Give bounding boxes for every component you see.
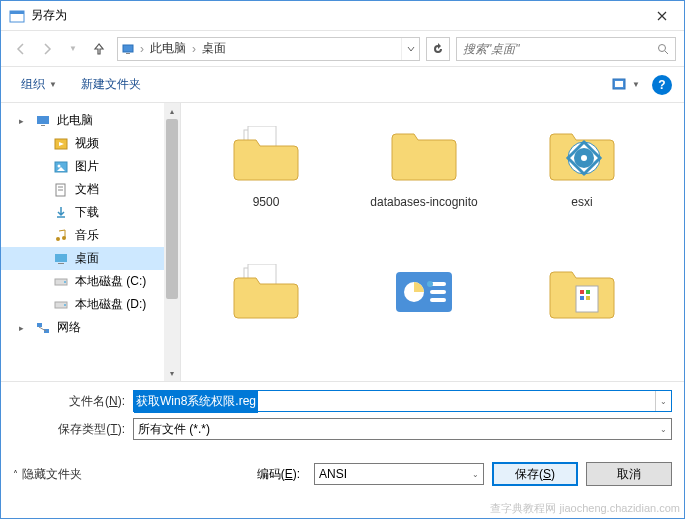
- scroll-thumb[interactable]: [166, 119, 178, 299]
- refresh-button[interactable]: [426, 37, 450, 61]
- svg-rect-2: [123, 45, 133, 52]
- view-options-button[interactable]: ▼: [608, 76, 644, 94]
- tree-item-label: 本地磁盘 (D:): [75, 296, 146, 313]
- file-list[interactable]: 9500databases-incognitoesxi: [181, 103, 684, 381]
- filename-dropdown[interactable]: ⌄: [655, 391, 671, 411]
- svg-rect-28: [44, 329, 49, 333]
- file-item[interactable]: [507, 251, 657, 381]
- file-item[interactable]: databases-incognito: [349, 113, 499, 243]
- network-icon: [35, 320, 51, 336]
- expand-icon[interactable]: ▸: [19, 323, 29, 333]
- svg-point-42: [427, 281, 433, 287]
- chevron-up-icon: ˄: [13, 469, 18, 480]
- tree-item-label: 图片: [75, 158, 99, 175]
- svg-rect-8: [37, 116, 49, 124]
- help-button[interactable]: ?: [652, 75, 672, 95]
- file-item[interactable]: [191, 251, 341, 381]
- search-input[interactable]: [457, 42, 651, 56]
- folder-icon: [226, 257, 306, 327]
- nav-recent-button[interactable]: ▼: [61, 37, 85, 61]
- svg-rect-46: [580, 296, 584, 300]
- tree-item-video[interactable]: 视频: [1, 132, 180, 155]
- svg-rect-47: [586, 296, 590, 300]
- tree-item-label: 音乐: [75, 227, 99, 244]
- file-label: esxi: [571, 195, 592, 211]
- chevron-down-icon: ⌄: [660, 425, 667, 434]
- svg-point-19: [56, 237, 60, 241]
- save-button[interactable]: 保存(S): [492, 462, 578, 486]
- tree-item-label: 下载: [75, 204, 99, 221]
- sidebar-scrollbar[interactable]: ▴▾: [164, 103, 180, 381]
- folder-icon: [542, 257, 622, 327]
- svg-rect-44: [580, 290, 584, 294]
- organize-label: 组织: [21, 76, 45, 93]
- pc-icon: [118, 42, 138, 56]
- documents-icon: [53, 182, 69, 198]
- svg-point-4: [659, 44, 666, 51]
- search-box[interactable]: [456, 37, 676, 61]
- disk-icon: [53, 297, 69, 313]
- svg-rect-1: [10, 11, 24, 14]
- svg-rect-7: [615, 81, 623, 87]
- svg-line-5: [665, 51, 668, 54]
- encoding-select[interactable]: ANSI ⌄: [314, 463, 484, 485]
- new-folder-button[interactable]: 新建文件夹: [73, 72, 149, 97]
- filetype-select[interactable]: 所有文件 (*.*) ⌄: [133, 418, 672, 440]
- video-icon: [53, 136, 69, 152]
- svg-point-26: [64, 304, 66, 306]
- filename-input[interactable]: 获取Win8系统权限.reg: [134, 391, 258, 413]
- chevron-down-icon: ▼: [632, 80, 640, 89]
- tree-item-desktop[interactable]: 桌面: [1, 247, 180, 270]
- tree-item-label: 本地磁盘 (C:): [75, 273, 146, 290]
- disk-icon: [53, 274, 69, 290]
- address-bar[interactable]: › 此电脑 › 桌面: [117, 37, 420, 61]
- breadcrumb-current[interactable]: 桌面: [198, 40, 230, 57]
- organize-button[interactable]: 组织 ▼: [13, 72, 65, 97]
- tree-item-documents[interactable]: 文档: [1, 178, 180, 201]
- hide-folders-label: 隐藏文件夹: [22, 466, 82, 483]
- tree-item-network[interactable]: ▸网络: [1, 316, 180, 339]
- breadcrumb-root[interactable]: 此电脑: [146, 40, 190, 57]
- encoding-label: 编码(E):: [257, 466, 306, 483]
- file-label: 9500: [253, 195, 280, 211]
- nav-up-button[interactable]: [87, 37, 111, 61]
- hide-folders-toggle[interactable]: ˄ 隐藏文件夹: [13, 466, 82, 483]
- chevron-down-icon: ▼: [49, 80, 57, 89]
- encoding-value: ANSI: [319, 467, 347, 481]
- folder-icon: [226, 119, 306, 189]
- tree-item-disk[interactable]: 本地磁盘 (D:): [1, 293, 180, 316]
- tree-item-label: 网络: [57, 319, 81, 336]
- svg-rect-22: [58, 263, 64, 264]
- nav-forward-button[interactable]: [35, 37, 59, 61]
- close-button[interactable]: [639, 1, 684, 30]
- nav-back-button[interactable]: [9, 37, 33, 61]
- file-item[interactable]: [349, 251, 499, 381]
- svg-rect-9: [41, 125, 45, 126]
- svg-point-34: [581, 155, 587, 161]
- svg-point-24: [64, 281, 66, 283]
- filetype-label: 保存类型(T):: [13, 421, 133, 438]
- folder-icon: [384, 257, 464, 327]
- search-icon[interactable]: [651, 43, 675, 55]
- svg-rect-3: [126, 53, 130, 54]
- music-icon: [53, 228, 69, 244]
- tree-item-downloads[interactable]: 下载: [1, 201, 180, 224]
- file-item[interactable]: 9500: [191, 113, 341, 243]
- watermark: 查字典教程网 jiaocheng.chazidian.com: [490, 501, 680, 516]
- expand-icon[interactable]: ▸: [19, 116, 29, 126]
- window-title: 另存为: [31, 7, 639, 24]
- tree-item-pictures[interactable]: 图片: [1, 155, 180, 178]
- cancel-button[interactable]: 取消: [586, 462, 672, 486]
- tree-item-music[interactable]: 音乐: [1, 224, 180, 247]
- tree-item-label: 桌面: [75, 250, 99, 267]
- scroll-down-button[interactable]: ▾: [164, 365, 180, 381]
- tree-item-pc[interactable]: ▸此电脑: [1, 109, 180, 132]
- file-item[interactable]: esxi: [507, 113, 657, 243]
- scroll-up-button[interactable]: ▴: [164, 103, 180, 119]
- filetype-value: 所有文件 (*.*): [138, 421, 210, 438]
- svg-rect-45: [586, 290, 590, 294]
- tree-item-disk[interactable]: 本地磁盘 (C:): [1, 270, 180, 293]
- address-dropdown-button[interactable]: [401, 38, 419, 60]
- tree-item-label: 视频: [75, 135, 99, 152]
- svg-rect-27: [37, 323, 42, 327]
